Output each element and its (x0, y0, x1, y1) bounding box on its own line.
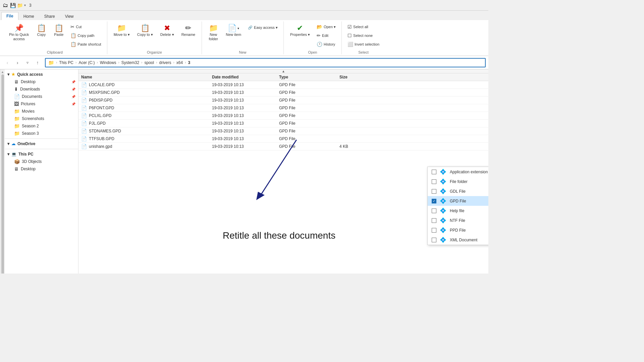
this-pc-header[interactable]: ▾ 💻 This PC (5, 150, 78, 158)
select-all-button[interactable]: ☑ Select all (345, 23, 382, 31)
col-size[interactable]: Size (337, 73, 370, 81)
sidebar-item-screenshots[interactable]: 📁 Screenshots (5, 115, 78, 122)
file-cell-name: 📄 STDNAMES.GPD (78, 127, 209, 135)
select-none-button[interactable]: ☐ Select none (345, 32, 382, 40)
rename-button[interactable]: ✏ Rename (178, 23, 199, 39)
address-acer-c[interactable]: Acer (C:) (78, 60, 95, 65)
file-cell-name: 📄 PCLXL.GPD (78, 112, 209, 119)
address-windows[interactable]: Windows (100, 60, 116, 65)
table-row[interactable]: 📄 PCLXL.GPD 19-03-2019 10:13 GPD File (78, 112, 488, 120)
sidebar-item-pictures-pinned[interactable]: 🖼 Pictures 📌 (5, 100, 78, 108)
sidebar-pictures-label: Pictures (21, 102, 35, 106)
delete-icon: ✖ (164, 24, 170, 32)
scrollbar-thumb[interactable] (1, 74, 4, 274)
type-checkbox-app-ext[interactable] (432, 170, 436, 174)
paste-button[interactable]: 📋 Paste (51, 23, 67, 39)
paste-shortcut-button[interactable]: 📋 Paste shortcut (68, 40, 103, 48)
type-filter-item[interactable]: 💠 XML Document (428, 235, 488, 245)
table-row[interactable]: 📄 LOCALE.GPD 19-03-2019 10:13 GPD File (78, 81, 488, 89)
history-button[interactable]: 🕐 History (314, 40, 338, 48)
type-filter-item[interactable]: 💠 GDL File (428, 186, 488, 196)
sidebar-item-movies[interactable]: 📁 Movies (5, 108, 78, 115)
sidebar-screenshots-label: Screenshots (22, 116, 44, 121)
up-button[interactable]: ▿ (23, 58, 32, 67)
table-row[interactable]: 📄 MSXPSINC.GPD 19-03-2019 10:13 GPD File (78, 89, 488, 97)
edit-button[interactable]: ✏ Edit (314, 32, 338, 40)
properties-button[interactable]: ✔ Properties ▾ (287, 23, 313, 39)
table-row[interactable]: 📄 STDNAMES.GPD 19-03-2019 10:13 GPD File (78, 127, 488, 135)
col-type[interactable]: Type (276, 73, 337, 81)
delete-button[interactable]: ✖ Delete ▾ (157, 23, 177, 39)
table-row[interactable]: 📄 P6FONT.GPD 19-03-2019 10:13 GPD File (78, 104, 488, 112)
tab-file[interactable]: File (1, 12, 18, 20)
pin-quick-access-button[interactable]: 📌 Pin to Quickaccess (6, 23, 32, 43)
sidebar-item-desktop-pinned[interactable]: 🖥 Desktop 📌 (5, 78, 78, 85)
tab-view[interactable]: View (60, 12, 79, 20)
easy-access-button[interactable]: 🔗 Easy access ▾ (246, 24, 280, 31)
type-checkbox-ppd[interactable] (432, 228, 436, 233)
annotation-arrow (229, 136, 330, 237)
type-checkbox-gdl[interactable] (432, 189, 436, 194)
invert-selection-button[interactable]: ⬜ Invert selection (345, 40, 382, 48)
copy-path-button[interactable]: 📋 Copy path (68, 32, 103, 40)
sidebar-item-season2[interactable]: 📁 Season 2 (5, 122, 78, 130)
sidebar-item-3d-objects[interactable]: 📦 3D Objects (5, 158, 78, 165)
forward-button[interactable]: › (13, 58, 22, 67)
type-filter-item[interactable]: 💠 Application extension (428, 167, 488, 177)
table-row[interactable]: 📄 PJL.GPD 19-03-2019 10:13 GPD File (78, 120, 488, 127)
address-spool[interactable]: spool (144, 60, 154, 65)
col-date[interactable]: Date modified (209, 73, 276, 81)
address-box[interactable]: 📁 › This PC › Acer (C:) › Windows › Syst… (45, 58, 486, 67)
sidebar-item-documents-pinned[interactable]: 📄 Documents 📌 (5, 93, 78, 100)
address-3[interactable]: 3 (188, 60, 191, 65)
season3-folder-icon: 📁 (14, 131, 20, 136)
onedrive-header[interactable]: ▾ ☁ OneDrive (5, 140, 78, 147)
ribbon-group-organize: 📁 Move to ▾ 📋 Copy to ▾ ✖ Delete ▾ ✏ Ren… (107, 21, 202, 54)
downloads-icon: ⬇ (14, 86, 18, 92)
type-filter-item[interactable]: 💠 File folder (428, 177, 488, 186)
tab-share[interactable]: Share (39, 12, 60, 20)
table-row[interactable]: 📄 unishare.gpd 19-03-2019 10:13 GPD File… (78, 143, 488, 150)
type-checkbox-ntf[interactable] (432, 218, 436, 223)
type-filter-dropdown[interactable]: 💠 Application extension 💠 File folder 💠 … (427, 167, 488, 245)
move-to-button[interactable]: 📁 Move to ▾ (111, 23, 133, 39)
table-row[interactable]: 📄 P6DISP.GPD 19-03-2019 10:13 GPD File (78, 97, 488, 104)
type-checkbox-gpd[interactable]: ✓ (432, 199, 436, 203)
address-x64[interactable]: x64 (176, 60, 183, 65)
pin-indicator: 📌 (71, 80, 75, 84)
type-checkbox-file-folder[interactable] (432, 179, 436, 184)
tab-home[interactable]: Home (18, 12, 39, 20)
scroll-up-arrow[interactable]: ▲ (1, 70, 4, 74)
dropdown-arrow[interactable]: ▾ (24, 3, 26, 7)
cut-button[interactable]: ✂ Cut (68, 23, 103, 31)
sidebar-item-season3[interactable]: 📁 Season 3 (5, 130, 78, 137)
new-item-button[interactable]: 📄 ▾ New item (223, 23, 244, 39)
new-item-icon: 📄 (228, 24, 237, 32)
save-icon[interactable]: 💾 (10, 3, 16, 8)
copy-button[interactable]: 📋 Copy (33, 23, 49, 39)
open-content: ✔ Properties ▾ 📂 Open ▾ ✏ Edit 🕐 History (287, 21, 338, 50)
sidebar-item-downloads-pinned[interactable]: ⬇ Downloads 📌 (5, 85, 78, 93)
sidebar-divider-1 (5, 138, 78, 139)
type-filter-item[interactable]: 💠 NTF File (428, 216, 488, 225)
sidebar-item-desktop-pc[interactable]: 🖥 Desktop (5, 165, 78, 173)
type-filter-item-selected[interactable]: ✓ 💠 GPD File (428, 196, 488, 206)
address-drivers[interactable]: drivers (159, 60, 171, 65)
copy-to-button[interactable]: 📋 Copy to ▾ (134, 23, 156, 39)
open-label: Open (308, 50, 317, 54)
back-button[interactable]: ‹ (3, 58, 12, 67)
type-checkbox-help[interactable] (432, 208, 436, 213)
col-name[interactable]: Name (78, 73, 209, 81)
type-checkbox-xml[interactable] (432, 238, 436, 242)
address-this-pc[interactable]: This PC (59, 60, 73, 65)
type-filter-item[interactable]: 💠 PPD File (428, 225, 488, 235)
quick-access-header[interactable]: ▾ ★ Quick access (5, 71, 78, 78)
table-row[interactable]: 📄 TTFSUB.GPD 19-03-2019 10:13 GPD File (78, 135, 488, 143)
address-system32[interactable]: System32 (121, 60, 139, 65)
open-button[interactable]: 📂 Open ▾ (314, 23, 338, 31)
season2-folder-icon: 📁 (14, 123, 20, 129)
type-filter-item[interactable]: 💠 Help file (428, 206, 488, 216)
up-dir-button[interactable]: ↑ (33, 58, 42, 67)
address-bar-row: ‹ › ▿ ↑ 📁 › This PC › Acer (C:) › Window… (0, 56, 488, 69)
new-folder-button[interactable]: 📁 Newfolder (205, 23, 221, 43)
